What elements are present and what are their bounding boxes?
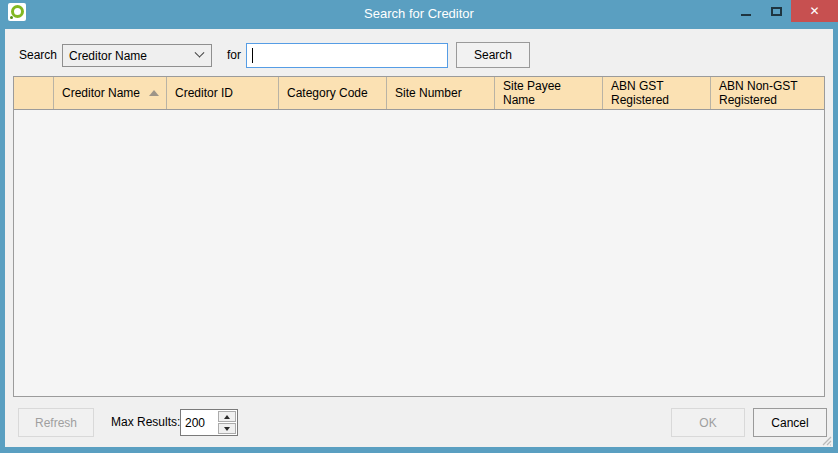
maximize-button[interactable] xyxy=(761,0,791,22)
titlebar[interactable]: Search for Creditor xyxy=(0,0,838,29)
column-header-creditor-name[interactable]: Creditor Name xyxy=(54,77,167,109)
column-header-creditor-id[interactable]: Creditor ID xyxy=(167,77,279,109)
close-button[interactable] xyxy=(791,0,838,22)
resize-grip[interactable] xyxy=(819,433,832,446)
max-results-label: Max Results: xyxy=(111,408,180,437)
maximize-icon xyxy=(771,7,782,16)
cancel-button[interactable]: Cancel xyxy=(753,408,827,437)
column-header-abn-non-gst-registered[interactable]: ABN Non-GST Registered xyxy=(711,77,824,109)
search-button[interactable]: Search xyxy=(456,42,530,68)
for-label: for xyxy=(227,44,241,67)
window-controls xyxy=(731,0,838,22)
search-field-dropdown[interactable]: Creditor Name xyxy=(62,44,212,67)
search-for-creditor-dialog: Search for Creditor Search Creditor Name… xyxy=(0,0,838,453)
max-results-input[interactable] xyxy=(181,410,217,435)
refresh-button[interactable]: Refresh xyxy=(18,408,94,437)
arrow-down-icon xyxy=(224,427,230,431)
spin-up-button[interactable] xyxy=(218,411,236,422)
window-title: Search for Creditor xyxy=(0,6,838,21)
column-header-category-code[interactable]: Category Code xyxy=(279,77,387,109)
close-icon xyxy=(809,4,819,18)
text-caret xyxy=(252,48,253,63)
max-results-spinner xyxy=(180,409,238,436)
results-grid-body-empty xyxy=(14,110,824,396)
search-label: Search xyxy=(19,44,57,67)
minimize-icon xyxy=(741,14,751,16)
spin-down-button[interactable] xyxy=(218,423,236,434)
search-field-dropdown-value: Creditor Name xyxy=(69,49,147,63)
sort-ascending-icon xyxy=(149,90,159,96)
column-header-site-number[interactable]: Site Number xyxy=(387,77,495,109)
column-header-site-payee-name[interactable]: Site Payee Name xyxy=(495,77,603,109)
column-header-row-selector[interactable] xyxy=(14,77,54,109)
search-term-input[interactable] xyxy=(246,43,448,68)
results-grid: Creditor Name Creditor ID Category Code … xyxy=(13,76,825,397)
chevron-down-icon xyxy=(195,48,205,58)
results-grid-header: Creditor Name Creditor ID Category Code … xyxy=(14,77,824,110)
dialog-body: Search Creditor Name for Search Creditor… xyxy=(5,29,833,447)
spinner-buttons xyxy=(217,410,237,435)
ok-button[interactable]: OK xyxy=(671,408,745,437)
arrow-up-icon xyxy=(224,415,230,419)
column-header-abn-gst-registered[interactable]: ABN GST Registered xyxy=(603,77,711,109)
minimize-button[interactable] xyxy=(731,0,761,22)
